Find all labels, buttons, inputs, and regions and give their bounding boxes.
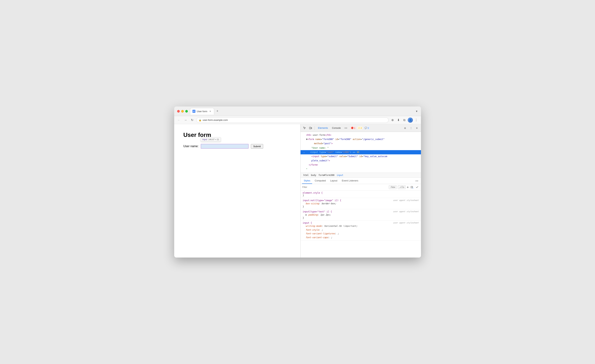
minimize-button[interactable]: [181, 110, 184, 113]
split-view-button[interactable]: ⧉: [402, 118, 407, 123]
breadcrumb-form[interactable]: form#form300: [318, 173, 335, 177]
tab-dropdown-icon[interactable]: ▼: [415, 110, 418, 113]
tooltip-tag: input: [202, 138, 207, 141]
add-style-button[interactable]: +: [407, 185, 409, 189]
dom-line-1: <h5> user-form</h5>: [301, 133, 421, 137]
device-mode-icon[interactable]: [308, 125, 313, 131]
error-badge[interactable]: 🔴 1: [350, 126, 356, 129]
css-block-input-text: user agent stylesheet input[type="text" …: [301, 209, 421, 221]
css-block-element-style: element.style { }: [301, 191, 421, 198]
more-options-icon[interactable]: ⋮: [408, 125, 414, 131]
close-button[interactable]: [177, 110, 180, 113]
info-badge[interactable]: 💬 2: [363, 126, 370, 129]
input-container: input 146.67 × 21: [201, 144, 249, 149]
devtools-toolbar: Elements Console >> 🔴 1 ⚠ 4: [301, 124, 421, 132]
tab-favicon: UF: [192, 110, 195, 113]
security-icon: 🔒: [199, 119, 201, 121]
filter-input[interactable]: [302, 186, 387, 188]
address-text: user-form.example.com: [203, 119, 228, 121]
dom-line-7: plete_submit">: [301, 159, 421, 163]
css-prop-font-variant-ligatures: font-variant-ligatures: ;: [303, 232, 419, 236]
tab-styles[interactable]: Styles: [302, 178, 312, 184]
tab-elements[interactable]: Elements: [316, 126, 330, 130]
css-prop-font-variant-caps: font-variant-caps: ;: [303, 236, 419, 239]
dom-line-3: method="post">: [301, 142, 421, 146]
tab-computed[interactable]: Computed: [313, 178, 328, 184]
hov-filter-button[interactable]: :hov: [389, 185, 397, 189]
extensions-button[interactable]: ⊕: [390, 118, 395, 123]
toggle-element-state-icon[interactable]: [415, 185, 419, 189]
error-icon: 🔴: [351, 127, 354, 129]
reload-button[interactable]: ↻: [190, 118, 195, 123]
page-title: User form: [184, 132, 291, 138]
css-prop-font-style: font-style: ;: [303, 228, 419, 232]
css-block-input: user agent stylesheet input { writing-mo…: [301, 221, 421, 241]
download-button[interactable]: ⬇: [396, 118, 401, 123]
webpage-content: User form User name: input 146.67 × 21 S…: [174, 124, 300, 257]
active-tab[interactable]: UF User form ✕: [190, 108, 214, 114]
devtools-close-button[interactable]: ✕: [414, 125, 419, 131]
filter-actions: :hov .cls +: [389, 185, 419, 189]
inspect-element-icon[interactable]: [302, 125, 307, 131]
css-block-input-not: user agent stylesheet input:not([type="i…: [301, 198, 421, 209]
dom-line-6: <input type="submit" value="Submit" id="…: [301, 154, 421, 159]
css-close-brace-2: }: [303, 205, 419, 208]
svg-rect-1: [311, 128, 312, 129]
info-icon: 💬: [365, 127, 367, 129]
cls-filter-button[interactable]: .cls: [398, 185, 406, 189]
css-selector-line-3: user agent stylesheet input {: [303, 221, 419, 224]
address-bar[interactable]: 🔒 user-form.example.com: [196, 117, 389, 123]
breadcrumb-body[interactable]: body: [310, 173, 317, 177]
tab-close-button[interactable]: ✕: [209, 110, 212, 113]
dom-line-5-selected[interactable]: … <input type="text" name="n300"> == $0: [301, 150, 421, 154]
more-tabs-button[interactable]: >>: [343, 126, 348, 130]
warn-icon: ⚠: [358, 127, 360, 129]
more-options-button[interactable]: ⋮: [414, 118, 419, 123]
dom-tree: <h5> user-form</h5> ▼<form name="form300…: [301, 132, 421, 173]
username-input[interactable]: [201, 144, 249, 149]
nav-bar: ← → ↻ 🔒 user-form.example.com ⊕ ⬇ ⧉ 👤 ⋮: [174, 116, 421, 124]
tab-event-listeners[interactable]: Event Listeners: [340, 178, 360, 184]
form-label: User name:: [184, 145, 199, 148]
back-button[interactable]: ←: [177, 118, 182, 123]
tab-bar: UF User form ✕ + ▼: [190, 108, 418, 114]
profile-avatar[interactable]: 👤: [408, 118, 413, 123]
traffic-lights: [177, 110, 188, 113]
css-selector-line-1: user agent stylesheet input:not([type="i…: [303, 199, 419, 202]
css-selector-element-style: element.style {: [303, 192, 419, 194]
tab-layout[interactable]: Layout: [328, 178, 339, 184]
input-tooltip: input 146.67 × 21: [201, 137, 221, 142]
info-count: 2: [368, 127, 369, 129]
breadcrumb-input[interactable]: input: [336, 173, 344, 177]
badge-group: 🔴 1 ⚠ 4 💬 2: [350, 126, 370, 129]
submit-button[interactable]: Submit: [251, 144, 263, 149]
css-close-brace-1: }: [303, 194, 419, 197]
style-tabs: Styles Computed Layout Event Listeners >…: [301, 178, 421, 184]
new-tab-button[interactable]: +: [215, 109, 220, 114]
new-style-rule-icon[interactable]: [410, 185, 414, 189]
title-bar: UF User form ✕ + ▼: [174, 107, 421, 116]
nav-actions: ⊕ ⬇ ⧉ 👤 ⋮: [390, 118, 419, 123]
form-row: User name: input 146.67 × 21 Submit: [184, 144, 291, 149]
dom-line-9: ": [301, 167, 421, 171]
css-prop-padding: ▶ padding: 1px 2px;: [303, 213, 419, 217]
dom-line-4: "User name: ": [301, 146, 421, 150]
maximize-button[interactable]: [185, 110, 188, 113]
dom-line-8: </form>: [301, 163, 421, 167]
dom-line-2: ▼<form name="form300" id="form300" actio…: [301, 137, 421, 142]
svg-rect-0: [309, 127, 311, 129]
settings-icon[interactable]: ⚙: [403, 125, 408, 131]
css-prop-box-sizing: box-sizing: border-box;: [303, 202, 419, 205]
css-close-brace-3: }: [303, 217, 419, 219]
breadcrumb-html[interactable]: html: [303, 173, 310, 177]
main-area: User form User name: input 146.67 × 21 S…: [174, 124, 421, 257]
error-count: 1: [354, 127, 355, 129]
devtools-main-tabs: Elements Console: [316, 126, 343, 130]
tooltip-size: 146.67 × 21: [208, 138, 219, 141]
css-selector-line-2: user agent stylesheet input[type="text" …: [303, 210, 419, 213]
forward-button[interactable]: →: [183, 118, 188, 123]
more-style-tabs[interactable]: >>: [414, 179, 419, 183]
warn-badge[interactable]: ⚠ 4: [357, 126, 363, 129]
devtools-panel: Elements Console >> 🔴 1 ⚠ 4: [300, 124, 421, 257]
tab-console[interactable]: Console: [330, 126, 343, 130]
